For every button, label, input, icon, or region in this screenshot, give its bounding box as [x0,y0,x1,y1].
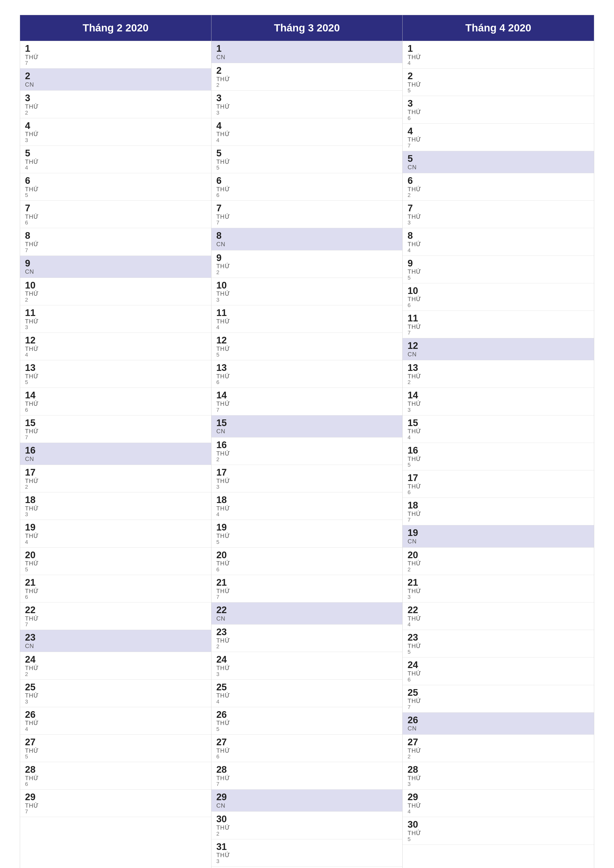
day-row: 11THỨ4 [211,305,403,333]
day-label: THỨ [216,665,398,671]
day-number: 4 [216,121,398,131]
day-label: THỨ [25,186,206,192]
day-week: 7 [407,517,589,522]
day-number: 23 [25,632,206,643]
day-label: THỨ [407,511,589,517]
day-label: THỨ [216,747,398,754]
day-label: THỨ [216,290,398,297]
day-row: 30THỨ5 [403,817,594,845]
day-label: THỨ [216,588,398,594]
day-week: 6 [216,192,398,198]
day-label: THỨ [25,692,206,699]
day-number: 18 [25,495,206,505]
day-week: 7 [216,781,398,787]
day-number: 3 [407,98,589,109]
day-row: 16CN [20,443,211,465]
day-row: 24THỨ2 [20,652,211,679]
day-week: 2 [216,82,398,88]
day-week: 6 [407,677,589,682]
day-label: THỨ [25,104,206,110]
day-row: 6THỨ2 [403,173,594,201]
day-row: 14THỨ6 [20,388,211,415]
day-week: 3 [407,407,589,413]
day-row: 26CN [403,713,594,735]
day-label: THỨ [407,214,589,220]
day-week: 4 [216,699,398,704]
day-number: 22 [216,605,398,615]
day-number: 26 [407,715,589,725]
day-label: THỨ [407,560,589,567]
day-row: 1THỨ4 [403,41,594,68]
day-label: THỨ [407,296,589,302]
day-week: 7 [216,220,398,225]
day-label: THỨ [407,483,589,490]
day-number: 21 [407,578,589,588]
day-week: 6 [25,407,206,413]
day-week: 6 [407,116,589,121]
day-row: 20THỨ5 [20,547,211,575]
day-row: 2THỨ2 [211,63,403,91]
day-number: 5 [216,148,398,159]
day-row: 8THỨ7 [20,228,211,256]
day-label: CN [25,456,206,462]
day-number: 21 [25,578,206,588]
day-number: 3 [216,93,398,104]
day-week: 6 [216,754,398,760]
day-label: CN [25,81,206,88]
day-week: 4 [407,248,589,253]
day-week: 2 [25,110,206,116]
day-label: CN [407,725,589,732]
day-label: THỨ [216,159,398,165]
day-week: 2 [407,567,589,572]
day-week: 4 [25,165,206,170]
day-row: 24THỨ6 [403,657,594,685]
day-number: 26 [25,710,206,720]
day-number: 11 [25,308,206,318]
day-week: 7 [216,407,398,413]
day-label: THỨ [25,373,206,380]
day-row: 31THỨ3 [211,839,403,867]
day-week: 3 [216,484,398,490]
day-number: 1 [407,43,589,54]
day-number: 4 [25,121,206,131]
day-week: 4 [407,622,589,627]
day-row: 10THỨ3 [211,278,403,305]
day-number: 8 [25,231,206,241]
day-label: THỨ [25,803,206,809]
day-label: CN [25,268,206,275]
day-number: 2 [25,71,206,81]
day-number: 2 [407,71,589,81]
day-label: THỨ [407,830,589,836]
day-number: 30 [216,814,398,825]
day-week: 3 [25,512,206,517]
day-label: THỨ [25,505,206,512]
day-week: 5 [407,88,589,93]
day-row: 28THỨ6 [20,762,211,790]
day-row: 7THỨ6 [20,201,211,228]
day-number: 24 [216,654,398,665]
day-label: THỨ [216,346,398,352]
day-week: 2 [407,754,589,760]
day-label: THỨ [25,615,206,622]
day-number: 14 [25,390,206,401]
day-label: THỨ [407,186,589,192]
day-number: 7 [407,203,589,214]
day-row: 6THỨ5 [20,173,211,201]
day-label: THỨ [25,318,206,325]
day-row: 11THỨ3 [20,305,211,333]
day-week: 2 [216,831,398,837]
day-week: 3 [407,220,589,225]
day-row: 4THỨ4 [211,118,403,146]
day-week: 4 [25,727,206,732]
day-label: THỨ [407,324,589,330]
day-row: 12CN [403,338,594,360]
day-label: CN [407,351,589,358]
day-number: 6 [25,176,206,186]
day-row: 9THỨ2 [211,250,403,278]
day-label: CN [216,615,398,622]
day-number: 19 [216,522,398,533]
day-number: 25 [25,682,206,693]
day-row: 15CN [211,415,403,437]
day-row: 21THỨ6 [20,575,211,603]
day-label: THỨ [25,428,206,434]
